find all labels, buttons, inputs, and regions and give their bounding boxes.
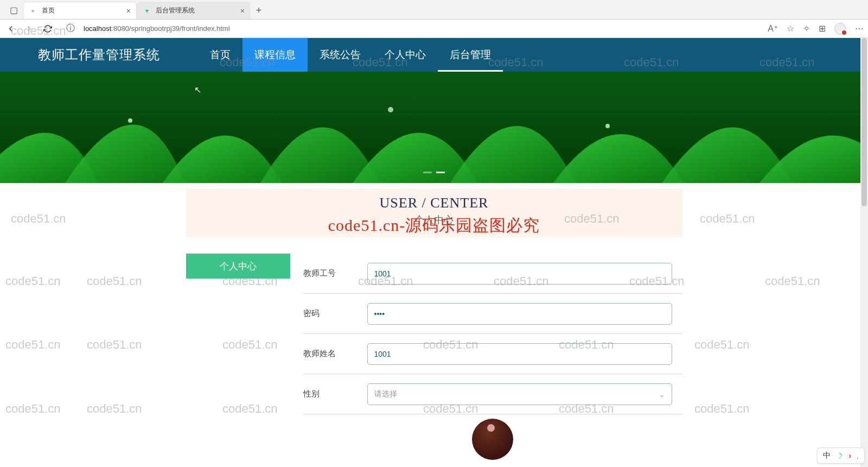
row-password: 密码 [303,294,682,334]
label-password: 密码 [303,308,367,319]
vertical-scrollbar[interactable] [860,38,868,467]
browser-tab-strip: ▢ ▫ 首页 × ▾ 后台管理系统 × + [0,0,868,20]
nav-profile[interactable]: 个人中心 [373,38,438,72]
label-teacher-name: 教师姓名 [303,349,367,359]
section-header: USER / CENTER 个人中心 [186,188,682,237]
menu-icon[interactable]: ⋯ [855,23,864,34]
input-password[interactable] [367,303,672,325]
brand-title: 教师工作量管理系统 [38,46,160,64]
chevron-right-icon: › [848,451,851,460]
page-content: USER / CENTER 个人中心 个人中心 教师工号 密码 教师姓名 性别 [0,183,868,460]
label-teacher-id: 教师工号 [303,268,367,279]
tab-1[interactable]: ▫ 首页 × [23,2,137,19]
tab-2[interactable]: ▾ 后台管理系统 × [137,2,251,19]
url-text[interactable]: localhost:8080/springbootrpj39/front/ind… [84,24,230,33]
avatar-image[interactable] [472,419,513,460]
tab-actions-icon[interactable]: ▢ [4,1,23,19]
ime-indicator[interactable]: 中 ☽ › , [817,447,865,464]
nav-course-info[interactable]: 课程信息 [242,38,308,72]
tab-title: 首页 [42,6,55,15]
site-info-icon[interactable]: ⓘ [64,22,77,35]
carousel-dots[interactable] [423,172,445,173]
section-title-en: USER / CENTER [186,195,682,211]
nav-announcements[interactable]: 系统公告 [308,38,373,72]
comma-icon: , [857,451,859,460]
section-title-cn: 个人中心 [186,213,682,226]
nav-home[interactable]: 首页 [198,38,242,72]
row-teacher-id: 教师工号 [303,254,682,294]
svg-point-3 [605,124,610,128]
hero-banner: ↖ [0,72,868,183]
chevron-down-icon: ⌄ [659,390,665,399]
vue-favicon-icon: ▾ [143,7,151,15]
row-gender: 性别 请选择 ⌄ [303,374,682,414]
sidebar-profile-button[interactable]: 个人中心 [186,254,290,279]
back-button[interactable] [4,22,17,35]
svg-point-2 [388,107,393,112]
profile-avatar[interactable] [834,23,846,35]
close-icon[interactable]: × [126,7,131,15]
ime-lang: 中 [823,451,831,460]
favorites-icon[interactable]: ✧ [803,23,810,34]
moon-icon: ☽ [836,451,843,460]
tab-title: 后台管理系统 [156,6,195,15]
top-nav: 教师工作量管理系统 首页 课程信息 系统公告 个人中心 后台管理 [0,38,868,72]
close-icon[interactable]: × [240,7,245,15]
forward-button [23,22,36,35]
select-gender[interactable]: 请选择 ⌄ [367,383,672,405]
nav-admin[interactable]: 后台管理 [438,38,503,72]
label-gender: 性别 [303,389,367,399]
select-placeholder: 请选择 [374,389,397,399]
collections-icon[interactable]: ⊞ [819,23,826,34]
row-teacher-name: 教师姓名 [303,334,682,374]
address-bar: ⓘ localhost:8080/springbootrpj39/front/i… [0,20,868,38]
star-icon[interactable]: ☆ [787,23,794,34]
page-favicon-icon: ▫ [29,7,37,15]
refresh-button[interactable] [41,22,54,35]
svg-point-1 [128,118,132,123]
new-tab-button[interactable]: + [251,2,267,19]
cursor-icon: ↖ [194,85,201,95]
read-aloud-icon[interactable]: A⁺ [768,23,778,34]
input-teacher-name[interactable] [367,343,672,365]
input-teacher-id[interactable] [367,263,672,285]
